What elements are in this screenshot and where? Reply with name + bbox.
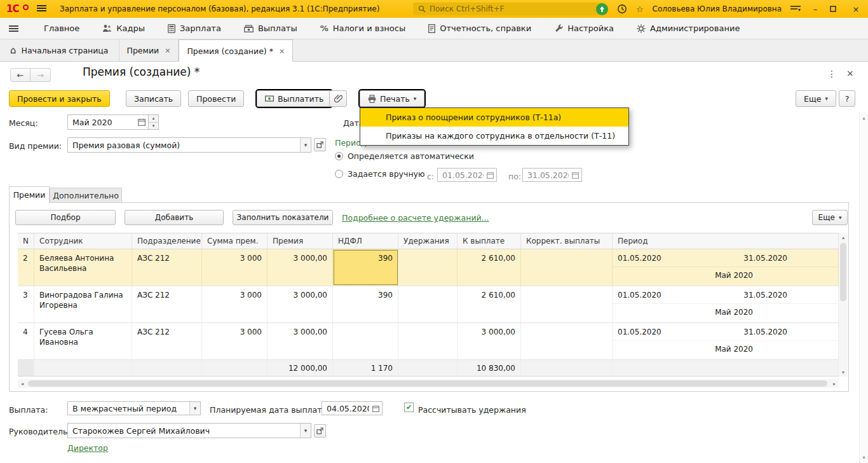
deductions-details-link[interactable]: Подробнее о расчете удержаний... [342, 213, 489, 223]
1c-logo: 1С [6, 3, 18, 15]
pay-icon [265, 95, 274, 102]
horizontal-scrollbar[interactable]: ◂ ▸ [18, 379, 839, 388]
menu-item-t11a[interactable]: Приказ о поощрении сотрудников (Т-11а) [360, 108, 628, 127]
open-manager-button[interactable] [314, 424, 326, 438]
attachments-button[interactable] [329, 90, 347, 107]
chevron-down-icon[interactable]: ▾ [300, 138, 311, 152]
scroll-right-icon[interactable]: ▸ [830, 379, 839, 388]
calendar-icon[interactable] [569, 172, 581, 179]
menu-personnel[interactable]: Кадры [91, 18, 156, 39]
table-vertical-scrollbar[interactable]: ▴ ▾ [839, 233, 848, 377]
nav-forward-button[interactable]: → [31, 68, 51, 82]
scroll-down-icon[interactable]: ▾ [839, 368, 848, 377]
pay-button[interactable]: Выплатить [257, 90, 332, 107]
table-row[interactable]: 3 Виноградова Галина Игоревна АЗС 212 3 … [18, 286, 839, 323]
menu-taxes[interactable]: % Налоги и взносы [309, 18, 417, 39]
help-button[interactable]: ? [839, 90, 855, 107]
col-department[interactable]: Подразделение [132, 233, 202, 249]
form-more-icon[interactable]: ⋮ [827, 69, 836, 79]
nav-back-button[interactable]: ← [10, 68, 31, 82]
focused-cell[interactable]: 390 [333, 249, 398, 286]
tab-home[interactable]: ⌂ Начальная страница [0, 39, 119, 61]
tab-premiya-create[interactable]: Премия (создание) * × [179, 39, 293, 62]
chevron-down-icon[interactable]: ▾ [300, 424, 311, 438]
menu-payments[interactable]: Выплаты [233, 18, 309, 39]
main-menu-icon[interactable] [37, 4, 46, 12]
period-from-input[interactable]: 01.05.2020 [437, 168, 497, 182]
scroll-up-icon[interactable]: ▴ [839, 233, 848, 242]
open-item-button[interactable] [314, 138, 326, 151]
form-close-icon[interactable]: × [846, 68, 854, 78]
sections-menu-icon[interactable] [9, 25, 18, 32]
table-more-button[interactable]: Еще ▾ [812, 210, 848, 225]
minimize-button[interactable]: – [810, 4, 821, 14]
chevron-down-icon: ▾ [839, 214, 842, 221]
menu-item-t11[interactable]: Приказы на каждого сотрудника в отдельно… [360, 127, 628, 145]
calc-deductions-label: Рассчитывать удержания [418, 405, 526, 415]
period-to-input[interactable]: 31.05.2020 [522, 168, 582, 182]
restore-button[interactable] [830, 6, 841, 12]
scroll-left-icon[interactable]: ◂ [18, 379, 27, 388]
close-tab-icon[interactable]: × [279, 47, 285, 55]
col-ndfl[interactable]: НДФЛ [333, 233, 398, 249]
current-user[interactable]: Соловьева Юлия Владимировна [653, 4, 782, 13]
close-tab-icon[interactable]: × [165, 46, 170, 55]
scroll-up-icon[interactable]: ▴ [860, 113, 868, 122]
favorites-star-icon[interactable]: ☆ [636, 4, 644, 14]
calc-deductions-checkbox[interactable]: ✔ [404, 403, 414, 412]
page-title: Премия (создание) * [83, 66, 200, 78]
col-deductions[interactable]: Удержания [398, 233, 458, 249]
planned-date-input[interactable]: 04.05.2020 [322, 401, 383, 415]
table-row[interactable]: 4 Гусева Ольга Ивановна АЗС 212 3 000 3 … [18, 323, 839, 360]
search-placeholder: Поиск Ctrl+Shift+F [430, 4, 504, 13]
position-link[interactable]: Директор [67, 443, 108, 453]
radio-icon [335, 152, 343, 160]
pick-button[interactable]: Подбор [15, 210, 116, 225]
col-employee[interactable]: Сотрудник [34, 233, 132, 249]
period-auto-radio[interactable]: Определяется автоматически [335, 151, 474, 161]
scrollbar-thumb[interactable] [840, 243, 846, 301]
menu-salary[interactable]: Зарплата [156, 18, 233, 39]
add-row-button[interactable]: Добавить [125, 210, 224, 225]
col-amount[interactable]: Сумма прем. [202, 233, 268, 249]
calendar-icon[interactable] [484, 172, 496, 179]
window-vertical-scrollbar[interactable]: ▴ ▾ [859, 112, 868, 463]
period-manual-radio[interactable]: Задается вручную [335, 169, 425, 179]
history-icon[interactable] [617, 4, 627, 14]
bonus-type-combo[interactable]: Премия разовая (суммой) ▾ [67, 137, 311, 153]
post-and-close-button[interactable]: Провести и закрыть [9, 90, 110, 107]
payment-combo[interactable]: В межрасчетный период ▾ [67, 401, 201, 415]
col-correction[interactable]: Коррект. выплаты [521, 233, 613, 249]
tab-dopolnitelno[interactable]: Дополнительно [50, 188, 122, 203]
panels-settings-icon[interactable] [790, 5, 801, 13]
close-window-button[interactable]: × [850, 4, 862, 14]
col-period[interactable]: Период [613, 233, 839, 249]
menu-settings[interactable]: Настройка [543, 18, 625, 39]
global-search-input[interactable]: Поиск Ctrl+Shift+F [413, 3, 604, 15]
post-button[interactable]: Провести [188, 90, 244, 107]
scrollbar-thumb[interactable] [28, 380, 827, 387]
menu-reports[interactable]: Отчетность, справки [417, 18, 543, 39]
col-n[interactable]: N [18, 233, 34, 249]
form-more-button[interactable]: Еще ▾ [796, 90, 836, 107]
tab-premii-list[interactable]: Премии × [119, 39, 179, 61]
col-bonus[interactable]: Премия [268, 233, 333, 249]
calendar-icon[interactable] [135, 118, 148, 126]
write-button[interactable]: Записать [126, 90, 181, 107]
month-stepper[interactable]: ▴▾ [149, 114, 159, 130]
document-form: ← → Премия (создание) * ⋮ × Провести и з… [0, 62, 859, 463]
calendar-icon[interactable] [369, 405, 382, 412]
print-button[interactable]: Печать ▾ [360, 90, 424, 107]
month-label: Месяц: [9, 118, 38, 128]
manager-combo[interactable]: Старокожев Сергей Михайлович ▾ [67, 423, 311, 438]
scroll-down-icon[interactable]: ▾ [860, 453, 868, 462]
col-to-pay[interactable]: К выплате [458, 233, 521, 249]
chevron-down-icon[interactable]: ▾ [189, 402, 200, 415]
table-row[interactable]: 2 Беляева Антонина Васильевна АЗС 212 3 … [18, 249, 839, 286]
online-support-icon[interactable] [596, 3, 608, 15]
menu-administration[interactable]: Администрирование [625, 18, 751, 39]
menu-main[interactable]: Главное [32, 18, 91, 39]
fill-indicators-button[interactable]: Заполнить показатели [233, 210, 333, 225]
tab-premii[interactable]: Премии [9, 186, 50, 203]
month-input[interactable]: Май 2020 [67, 114, 149, 130]
